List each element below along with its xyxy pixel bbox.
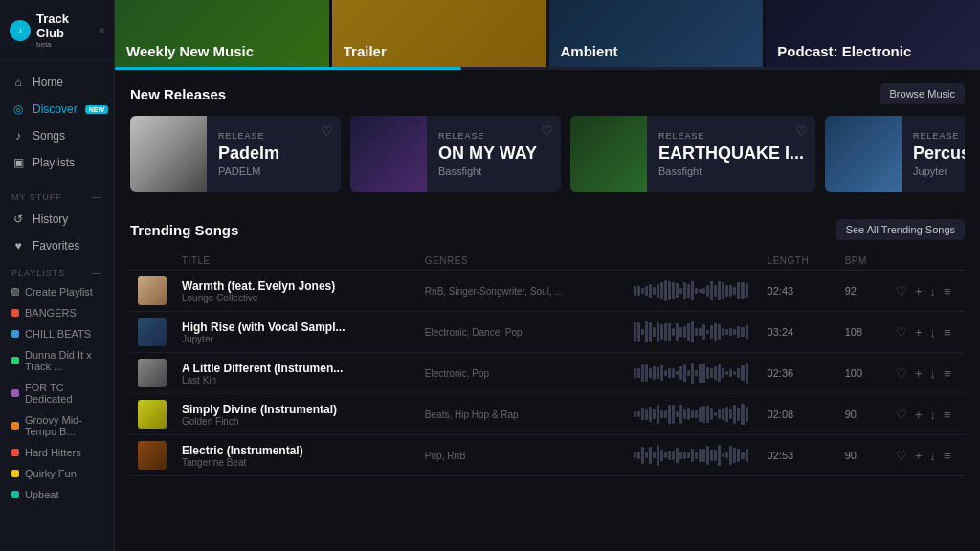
hero-item-weekly[interactable]: Weekly New Music xyxy=(115,0,329,67)
upbeat-icon xyxy=(11,491,19,498)
sidebar-item-playlists[interactable]: ▣ Playlists xyxy=(0,149,114,176)
release-art-percussive xyxy=(825,116,902,192)
sidebar: ♪ Track Club beta « ⌂ Home ◎ Discover NE… xyxy=(0,0,115,551)
song-genres: Electronic, Dance, Pop xyxy=(425,327,523,338)
sidebar-item-groovy[interactable]: Groovy Mid-Tempo B... xyxy=(0,409,114,442)
song-download-button[interactable]: ↓ xyxy=(930,284,937,298)
song-favorite-button[interactable]: ♡ xyxy=(896,325,907,340)
song-add-button[interactable]: + xyxy=(915,366,923,381)
song-download-button[interactable]: ↓ xyxy=(930,449,937,463)
sidebar-item-discover[interactable]: ◎ Discover NEW xyxy=(0,96,114,122)
sidebar-item-favorites[interactable]: ♥ Favorites xyxy=(0,232,114,259)
song-length: 02:36 xyxy=(768,367,794,379)
song-favorite-button[interactable]: ♡ xyxy=(896,284,907,298)
release-card-percussive[interactable]: RELEASE Percussi... Jupyter ♡ xyxy=(825,116,965,192)
song-waveform xyxy=(634,320,748,343)
song-genres: RnB, Singer-Songwriter, Soul, ... xyxy=(425,286,563,297)
song-length-cell: 02:53 xyxy=(760,435,837,476)
table-row[interactable]: Electric (Instrumental) Tangerine Beat P… xyxy=(130,435,965,476)
song-genres: Pop, RnB xyxy=(425,451,466,461)
home-icon: ⌂ xyxy=(11,76,25,89)
song-bpm: 92 xyxy=(845,285,857,297)
release-artist-on-my-way: Bassfight xyxy=(438,165,549,177)
create-playlist-label: Create Playlist xyxy=(25,286,93,298)
song-bpm-cell: 100 xyxy=(837,353,888,394)
song-add-button[interactable]: + xyxy=(915,449,923,463)
release-info-earthquake: RELEASE EARTHQUAKE I... Bassfight xyxy=(647,121,815,187)
song-more-button[interactable]: ≡ xyxy=(944,449,951,463)
table-row[interactable]: Simply Divine (Instrumental) Golden Finc… xyxy=(130,394,965,435)
groovy-icon xyxy=(11,422,19,430)
sidebar-item-home[interactable]: ⌂ Home xyxy=(0,69,114,96)
trending-title: Trending Songs xyxy=(130,222,238,238)
song-thumb-cell xyxy=(130,271,174,312)
song-bpm-cell: 108 xyxy=(837,312,888,353)
quirky-icon xyxy=(11,470,19,477)
sidebar-item-create-playlist[interactable]: Create Playlist xyxy=(0,281,114,302)
song-genres-cell: Pop, RnB xyxy=(417,435,626,476)
hero-item-weekly-text: Weekly New Music xyxy=(126,44,254,60)
song-favorite-button[interactable]: ♡ xyxy=(896,408,907,422)
song-more-button[interactable]: ≡ xyxy=(944,284,951,298)
sidebar-item-chill-beats[interactable]: CHILL BEATS xyxy=(0,323,114,344)
song-download-button[interactable]: ↓ xyxy=(930,325,937,340)
sidebar-item-upbeat[interactable]: Upbeat xyxy=(0,484,114,505)
song-more-button[interactable]: ≡ xyxy=(944,408,951,422)
sidebar-collapse-button[interactable]: « xyxy=(99,25,104,35)
release-artist-earthquake: Bassfight xyxy=(658,165,804,177)
see-all-trending-button[interactable]: See All Trending Songs xyxy=(836,219,965,240)
hero-item-ambient[interactable]: Ambient xyxy=(549,0,764,67)
song-waveform-cell xyxy=(626,394,760,435)
release-heart-on-my-way[interactable]: ♡ xyxy=(541,123,553,139)
sidebar-item-dunna[interactable]: Dunna Did It x Track ... xyxy=(0,344,114,377)
song-more-button[interactable]: ≡ xyxy=(944,325,951,340)
song-bpm: 90 xyxy=(845,450,857,461)
release-card-earthquake[interactable]: RELEASE EARTHQUAKE I... Bassfight ♡ xyxy=(570,116,815,192)
song-more-button[interactable]: ≡ xyxy=(944,366,951,381)
song-add-button[interactable]: + xyxy=(915,408,923,422)
table-row[interactable]: A Little Different (Instrumen... Last Ki… xyxy=(130,353,965,394)
hard-label: Hard Hitters xyxy=(25,447,81,458)
create-playlist-icon xyxy=(11,288,19,296)
song-favorite-button[interactable]: ♡ xyxy=(896,366,907,381)
song-bpm: 108 xyxy=(845,326,862,338)
song-add-button[interactable]: + xyxy=(915,325,923,340)
release-card-padelm[interactable]: RELEASE Padelm PADELM ♡ xyxy=(130,116,341,192)
release-art-earthquake xyxy=(570,116,647,192)
song-thumbnail xyxy=(138,276,167,305)
sidebar-item-bangers[interactable]: BANGERS xyxy=(0,302,114,323)
song-genres: Beats, Hip Hop & Rap xyxy=(425,409,519,420)
release-card-on-my-way[interactable]: RELEASE ON MY WAY Bassfight ♡ xyxy=(350,116,561,192)
bangers-icon xyxy=(11,309,19,317)
th-actions xyxy=(888,252,965,271)
browse-music-button[interactable]: Browse Music xyxy=(880,83,965,104)
song-bpm: 90 xyxy=(845,408,857,420)
song-thumb-cell xyxy=(130,353,174,394)
sidebar-item-hard[interactable]: Hard Hitters xyxy=(0,442,114,463)
sidebar-item-history[interactable]: ↺ History xyxy=(0,206,114,232)
song-favorite-button[interactable]: ♡ xyxy=(896,449,907,463)
hero-item-trailer[interactable]: Trailer xyxy=(332,0,546,67)
song-thumbnail xyxy=(138,318,167,346)
sidebar-item-songs[interactable]: ♪ Songs xyxy=(0,122,114,149)
bangers-label: BANGERS xyxy=(25,307,77,319)
sidebar-item-favorites-label: Favorites xyxy=(33,239,79,253)
song-actions: ♡ + ↓ ≡ xyxy=(896,284,957,298)
table-row[interactable]: Warmth (feat. Evelyn Jones) Lounge Colle… xyxy=(130,271,965,312)
release-heart-padelm[interactable]: ♡ xyxy=(321,123,333,139)
song-artist: Tangerine Beat xyxy=(182,457,410,468)
sidebar-item-for-tc[interactable]: FOR TC Dedicated xyxy=(0,377,114,409)
song-title-cell: Electric (Instrumental) Tangerine Beat xyxy=(174,435,417,476)
song-add-button[interactable]: + xyxy=(915,284,923,298)
song-genres-cell: Beats, Hip Hop & Rap xyxy=(417,394,626,435)
hero-item-podcast[interactable]: Podcast: Electronic xyxy=(766,0,980,67)
groovy-label: Groovy Mid-Tempo B... xyxy=(25,414,102,437)
discover-icon: ◎ xyxy=(11,102,25,116)
song-download-button[interactable]: ↓ xyxy=(930,408,937,422)
table-row[interactable]: High Rise (with Vocal Sampl... Jupyter E… xyxy=(130,312,965,353)
song-download-button[interactable]: ↓ xyxy=(930,366,937,381)
release-artist-percussive: Jupyter xyxy=(913,165,965,177)
upbeat-label: Upbeat xyxy=(25,489,58,500)
release-heart-earthquake[interactable]: ♡ xyxy=(795,123,808,139)
sidebar-item-quirky[interactable]: Quirky Fun xyxy=(0,463,114,484)
